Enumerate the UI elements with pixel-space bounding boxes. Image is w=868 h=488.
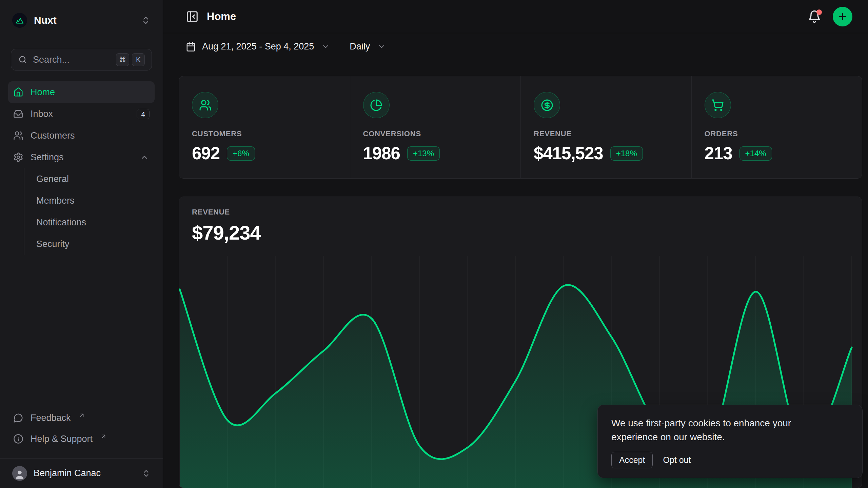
stat-icon-circle — [192, 92, 218, 118]
app-root: Nuxt Search... ⌘ K Home Inbox 4 Cu — [0, 0, 868, 488]
sidebar-item-label: Inbox — [31, 109, 53, 119]
date-range-value: Aug 21, 2025 - Sep 4, 2025 — [202, 41, 314, 52]
plus-icon — [837, 12, 848, 22]
inbox-icon — [13, 109, 23, 119]
date-range-picker[interactable]: Aug 21, 2025 - Sep 4, 2025 — [186, 41, 330, 52]
stat-delta-badge: +13% — [407, 146, 440, 161]
search-input[interactable]: Search... ⌘ K — [11, 49, 152, 70]
stat-label: REVENUE — [534, 129, 691, 138]
stat-card-revenue[interactable]: REVENUE $415,523 +18% — [520, 76, 691, 178]
chevron-down-icon — [321, 42, 330, 51]
stat-delta-badge: +14% — [739, 146, 772, 161]
accept-cookies-button[interactable]: Accept — [611, 452, 653, 468]
stat-label: ORDERS — [705, 129, 862, 138]
notification-dot — [816, 9, 822, 15]
page-header: Home — [163, 0, 868, 33]
sub-item-label: General — [36, 174, 69, 184]
stat-card-conversions[interactable]: CONVERSIONS 1986 +13% — [350, 76, 521, 178]
sidebar-item-label: Home — [31, 87, 55, 98]
granularity-select[interactable]: Daily — [350, 41, 386, 52]
external-link-arrow-icon — [79, 412, 85, 419]
sidebar-item-label: Customers — [31, 130, 75, 141]
notifications-button[interactable] — [808, 10, 821, 23]
optout-cookies-button[interactable]: Opt out — [663, 455, 691, 465]
sidebar-item-inbox[interactable]: Inbox 4 — [8, 103, 155, 125]
help-support-link[interactable]: Help & Support — [8, 428, 155, 449]
users-icon — [199, 99, 212, 111]
settings-subtree: General Members Notifications Security — [24, 168, 155, 255]
chevron-down-icon — [377, 42, 386, 51]
feedback-link[interactable]: Feedback — [8, 407, 155, 428]
gear-icon — [13, 152, 23, 162]
external-link-arrow-icon — [100, 433, 107, 440]
panel-left-close-icon — [186, 10, 199, 23]
dollar-circle-icon — [541, 99, 553, 111]
stat-icon-circle — [363, 92, 390, 118]
stat-card-orders[interactable]: ORDERS 213 +14% — [691, 76, 862, 178]
sidebar: Nuxt Search... ⌘ K Home Inbox 4 Cu — [0, 0, 163, 488]
sidebar-item-security[interactable]: Security — [24, 233, 155, 255]
sidebar-nav: Home Inbox 4 Customers Settings General … — [0, 70, 163, 255]
sidebar-item-customers[interactable]: Customers — [8, 125, 155, 146]
cookie-message: We use first-party cookies to enhance yo… — [611, 416, 822, 444]
stat-delta-badge: +18% — [610, 146, 643, 161]
feedback-label: Feedback — [31, 413, 71, 423]
stat-delta-badge: +6% — [227, 146, 255, 161]
sidebar-item-settings[interactable]: Settings — [8, 146, 155, 168]
info-circle-icon — [13, 434, 23, 444]
stat-label: CONVERSIONS — [363, 129, 521, 138]
stat-value: 692 — [192, 143, 220, 163]
chevron-up-icon — [139, 153, 150, 162]
users-icon — [13, 130, 23, 141]
sidebar-item-general[interactable]: General — [24, 168, 155, 190]
home-icon — [13, 87, 23, 97]
stat-value: 213 — [705, 143, 732, 163]
pie-chart-icon — [370, 99, 382, 111]
kbd-k: K — [132, 53, 145, 66]
stat-icon-circle — [705, 92, 731, 118]
search-icon — [18, 55, 27, 64]
stat-card-customers[interactable]: CUSTOMERS 692 +6% — [179, 76, 350, 178]
sidebar-spacer — [0, 255, 163, 407]
sub-item-label: Members — [36, 196, 75, 206]
avatar — [12, 466, 27, 481]
sidebar-item-home[interactable]: Home — [8, 81, 155, 103]
user-menu[interactable]: Benjamin Canac — [0, 458, 163, 488]
stat-value: $415,523 — [534, 143, 603, 163]
user-name: Benjamin Canac — [34, 468, 101, 479]
granularity-value: Daily — [350, 41, 370, 52]
stat-icon-circle — [534, 92, 560, 118]
collapse-sidebar-button[interactable] — [186, 10, 199, 23]
search-shortcut: ⌘ K — [116, 53, 145, 66]
calendar-icon — [186, 42, 196, 52]
revenue-chart-label: REVENUE — [192, 208, 862, 217]
cookie-banner: We use first-party cookies to enhance yo… — [597, 405, 863, 478]
nuxt-logo-icon — [12, 13, 27, 28]
sidebar-item-notifications[interactable]: Notifications — [24, 211, 155, 233]
stats-row: CUSTOMERS 692 +6% CONVERSIONS 1986 +13% — [179, 76, 862, 179]
help-support-label: Help & Support — [31, 434, 93, 444]
search-placeholder: Search... — [33, 55, 70, 65]
sidebar-footer-links: Feedback Help & Support — [0, 407, 163, 458]
chevrons-up-down-icon — [142, 469, 151, 478]
stat-label: CUSTOMERS — [192, 129, 350, 138]
workspace-name: Nuxt — [34, 15, 57, 26]
filters-toolbar: Aug 21, 2025 - Sep 4, 2025 Daily — [163, 33, 868, 60]
stat-value: 1986 — [363, 143, 400, 163]
revenue-chart-value: $79,234 — [192, 221, 862, 244]
inbox-count-badge: 4 — [137, 109, 150, 119]
message-circle-icon — [13, 413, 23, 423]
add-button[interactable] — [833, 7, 852, 26]
sidebar-item-members[interactable]: Members — [24, 190, 155, 211]
workspace-switcher[interactable]: Nuxt — [8, 9, 155, 32]
sidebar-item-label: Settings — [31, 152, 64, 163]
chevrons-up-down-icon — [141, 16, 151, 25]
sub-item-label: Security — [36, 239, 70, 249]
kbd-cmd: ⌘ — [116, 53, 129, 66]
page-title: Home — [207, 11, 236, 23]
shopping-cart-icon — [711, 99, 724, 111]
sub-item-label: Notifications — [36, 217, 86, 228]
